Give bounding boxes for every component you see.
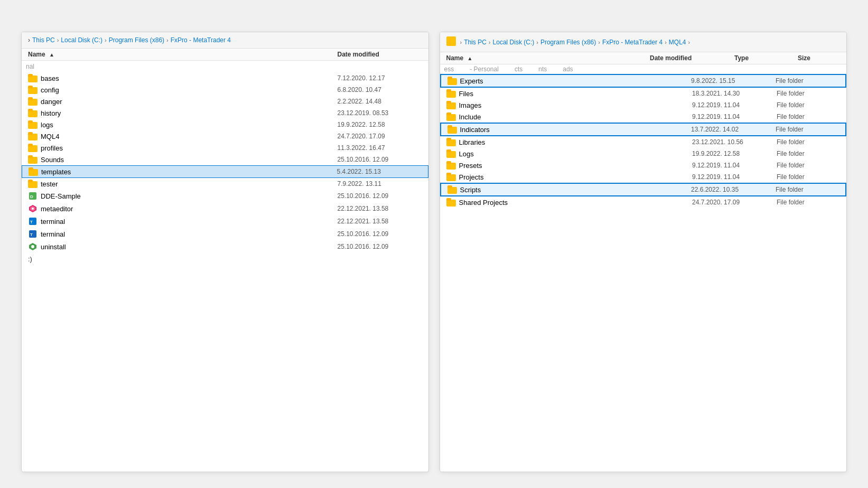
- item-date: 19.9.2022. 12.58: [338, 121, 422, 128]
- list-item-experts[interactable]: Experts 9.8.2022. 15.15 File folder: [440, 74, 847, 88]
- terminal-green-icon: T: [28, 217, 38, 226]
- item-date: 9.12.2019. 11.04: [692, 162, 777, 169]
- dde-icon: D: [28, 191, 38, 201]
- item-name: logs: [41, 121, 338, 129]
- right-col-name[interactable]: Name ▲: [446, 54, 650, 62]
- folder-icon: [446, 149, 456, 158]
- right-bc-mql4[interactable]: MQL4: [669, 39, 686, 46]
- folder-icon: [447, 185, 457, 194]
- folder-icon: [28, 109, 38, 117]
- item-name: Images: [459, 101, 693, 109]
- list-item[interactable]: Projects 9.12.2019. 11.04 File folder: [440, 171, 847, 183]
- item-type: File folder: [777, 90, 840, 97]
- list-item[interactable]: Logs 19.9.2022. 12.58 File folder: [440, 148, 847, 159]
- list-item[interactable]: D DDE-Sample 25.10.2016. 12.09: [22, 190, 428, 202]
- list-item[interactable]: metaeditor 22.12.2021. 13.58: [22, 202, 428, 215]
- folder-icon: [28, 155, 38, 164]
- left-col-name[interactable]: Name ▲: [28, 51, 338, 58]
- left-bc-progfiles[interactable]: Program Files (x86): [109, 36, 164, 44]
- item-type: File folder: [777, 101, 840, 109]
- item-date: 22.12.2021. 13.58: [338, 205, 422, 212]
- folder-icon: [28, 180, 38, 188]
- list-item[interactable]: Presets 9.12.2019. 11.04 File folder: [440, 159, 847, 171]
- item-type: File folder: [776, 77, 839, 85]
- list-item[interactable]: history 23.12.2019. 08.53: [22, 107, 428, 119]
- folder-icon: [447, 77, 457, 85]
- item-date: 22.12.2021. 13.58: [338, 218, 422, 225]
- right-bc-progfiles[interactable]: Program Files (x86): [540, 39, 596, 46]
- item-name: Files: [459, 90, 693, 98]
- item-type: File folder: [777, 150, 840, 157]
- item-date: 22.6.2022. 10.35: [691, 186, 776, 193]
- left-breadcrumb[interactable]: › This PC › Local Disk (C:) › Program Fi…: [22, 32, 428, 49]
- left-partial-label: nal: [22, 61, 428, 72]
- folder-icon: [28, 86, 38, 94]
- item-date: 25.10.2016. 12.09: [338, 230, 422, 238]
- right-explorer-pane: › This PC › Local Disk (C:) › Program Fi…: [440, 32, 847, 472]
- right-col-date[interactable]: Date modified: [650, 54, 734, 62]
- item-name: metaeditor: [41, 205, 338, 213]
- item-date: 19.9.2022. 12.58: [692, 150, 777, 157]
- list-item[interactable]: Sounds 25.10.2016. 12.09: [22, 154, 428, 165]
- svg-point-10: [31, 245, 34, 248]
- list-item[interactable]: uninstall 25.10.2016. 12.09: [22, 240, 428, 253]
- item-date: 6.8.2020. 10.47: [338, 86, 422, 93]
- item-date: 25.10.2016. 12.09: [338, 243, 422, 250]
- list-item[interactable]: Include 9.12.2019. 11.04 File folder: [440, 111, 847, 123]
- list-item[interactable]: logs 19.9.2022. 12.58: [22, 119, 428, 130]
- svg-point-4: [32, 208, 34, 210]
- uninstall-icon: [28, 242, 38, 251]
- svg-text:D: D: [30, 194, 33, 199]
- item-name: danger: [41, 98, 338, 106]
- list-item-tester[interactable]: tester 7.9.2022. 13.11: [22, 178, 428, 190]
- item-date: 18.3.2021. 14.30: [692, 90, 777, 97]
- item-name: history: [41, 109, 338, 117]
- list-item[interactable]: config 6.8.2020. 10.47: [22, 84, 428, 96]
- list-item[interactable]: bases 7.12.2020. 12.17: [22, 72, 428, 84]
- right-bc-thispc[interactable]: This PC: [464, 39, 487, 46]
- left-explorer-pane: › This PC › Local Disk (C:) › Program Fi…: [21, 32, 429, 472]
- item-name: terminal: [41, 218, 338, 226]
- list-item-indicators[interactable]: Indicators 13.7.2022. 14.02 File folder: [440, 123, 847, 136]
- item-date: 23.12.2019. 08.53: [338, 109, 422, 117]
- item-type: File folder: [777, 199, 840, 206]
- folder-icon: [446, 138, 456, 146]
- folder-icon: [446, 112, 456, 121]
- list-item-templates[interactable]: templates 5.4.2022. 15.13: [22, 165, 428, 178]
- folder-icon: [446, 198, 456, 207]
- right-col-size[interactable]: Size: [798, 54, 840, 62]
- left-col-date[interactable]: Date modified: [338, 51, 422, 58]
- item-date: 7.12.2020. 12.17: [338, 74, 422, 82]
- list-item[interactable]: Shared Projects 24.7.2020. 17.09 File fo…: [440, 196, 847, 208]
- list-item[interactable]: profiles 11.3.2022. 16.47: [22, 142, 428, 154]
- item-date: 9.12.2019. 11.04: [692, 113, 777, 120]
- list-item[interactable]: danger 2.2.2022. 14.48: [22, 96, 428, 107]
- item-name: MQL4: [41, 133, 338, 140]
- right-bc-fxpro[interactable]: FxPro - MetaTrader 4: [602, 39, 662, 46]
- list-item[interactable]: T terminal 22.12.2021. 13.58: [22, 215, 428, 228]
- left-bc-fxpro[interactable]: FxPro - MetaTrader 4: [171, 36, 231, 44]
- list-item[interactable]: Libraries 23.12.2021. 10.56 File folder: [440, 136, 847, 148]
- item-name: Indicators: [460, 126, 692, 134]
- item-name: DDE-Sample: [41, 192, 338, 200]
- list-item[interactable]: Files 18.3.2021. 14.30 File folder: [440, 88, 847, 99]
- left-bc-c[interactable]: Local Disk (C:): [61, 36, 102, 44]
- list-item[interactable]: Images 9.12.2019. 11.04 File folder: [440, 99, 847, 111]
- item-date: 24.7.2020. 17.09: [692, 199, 777, 206]
- list-item[interactable]: MQL4 24.7.2020. 17.09: [22, 130, 428, 142]
- right-bc-c[interactable]: Local Disk (C:): [493, 39, 535, 46]
- item-date: 24.7.2020. 17.09: [338, 133, 422, 140]
- right-col-type[interactable]: Type: [734, 54, 798, 62]
- svg-text:T: T: [30, 220, 33, 224]
- right-file-list: ess - Personal cts nts ads Experts 9.8.2…: [440, 64, 847, 472]
- folder-icon: [28, 120, 38, 129]
- right-breadcrumb[interactable]: › This PC › Local Disk (C:) › Program Fi…: [440, 32, 847, 52]
- left-bc-thispc[interactable]: This PC: [32, 36, 55, 44]
- sort-arrow-icon: ▲: [49, 52, 54, 58]
- item-date: 25.10.2016. 12.09: [338, 192, 422, 200]
- list-item[interactable]: T terminal 25.10.2016. 12.09: [22, 228, 428, 240]
- item-date: 5.4.2022. 15.13: [337, 168, 422, 175]
- svg-text:T: T: [30, 232, 33, 237]
- list-item-scripts[interactable]: Scripts 22.6.2022. 10.35 File folder: [440, 183, 847, 196]
- item-date: 11.3.2022. 16.47: [338, 144, 422, 152]
